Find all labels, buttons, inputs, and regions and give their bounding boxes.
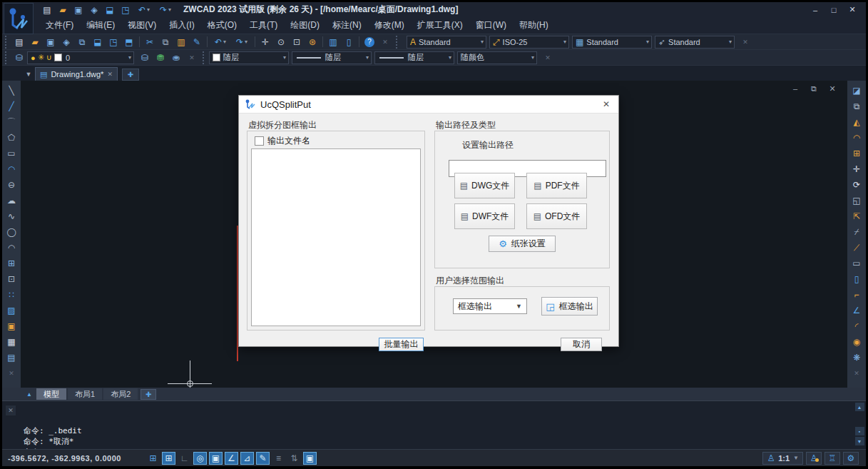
lineweight-control[interactable]: 随层 ▾ [374, 51, 454, 64]
zoom-window-icon[interactable]: ⊡▾ [289, 35, 305, 49]
menu-item[interactable]: 插入(I) [163, 17, 200, 34]
make-block-tool-icon[interactable]: ⊡ [4, 271, 19, 287]
doc-tab-drawing1[interactable]: ▤ Drawing1.dwg* ✕ [35, 67, 118, 81]
rotate-tool-icon[interactable]: ⟳ [849, 177, 864, 193]
command-close-icon[interactable]: ✕ [6, 405, 16, 415]
ortho-toggle[interactable]: ∟ [178, 452, 191, 465]
save-as-icon[interactable]: ◈▾ [86, 3, 102, 17]
polygon-tool-icon[interactable]: ⬠ [4, 130, 19, 146]
menu-item[interactable]: 编辑(E) [80, 17, 121, 34]
toolbar-close-icon[interactable]: ✕ [849, 365, 864, 381]
save-as-icon[interactable]: ◈▾ [58, 35, 74, 49]
doc-tab-close-icon[interactable]: ✕ [107, 71, 113, 78]
plot-preview-icon[interactable]: ◳▾ [118, 3, 133, 17]
ellipse-arc-tool-icon[interactable]: ◠ [4, 240, 19, 256]
annotation-scale-control[interactable]: ♙ 1:1 ▼ [762, 452, 803, 465]
menu-item[interactable]: 标注(N) [326, 17, 368, 34]
mirror-tool-icon[interactable]: ◭ [849, 114, 864, 130]
scale-tool-icon[interactable]: ◱ [849, 193, 864, 208]
redo-icon[interactable]: ↷▾ [231, 35, 252, 49]
chamfer-tool-icon[interactable]: ∠ [849, 303, 864, 318]
linetype-control[interactable]: 随层 ▾ [292, 51, 372, 64]
join-tool-icon[interactable]: ⌐ [849, 287, 864, 303]
circle-tool-icon[interactable]: ⊖ [4, 177, 19, 193]
line-tool-icon[interactable]: ╲ [4, 83, 19, 99]
menu-item[interactable]: 工具(T) [243, 17, 284, 34]
menu-item[interactable]: 格式(O) [201, 17, 243, 34]
save-icon[interactable]: ▣▾ [71, 3, 86, 17]
box-select-output-button[interactable]: ◲ 框选输出 [541, 297, 598, 316]
ofd-file-button[interactable]: ▤ OFD文件 [526, 203, 587, 229]
object-snap-tracking-toggle[interactable]: ⊿ [240, 452, 254, 465]
polyline-tool-icon[interactable]: ╱ [4, 99, 19, 114]
new-file-icon[interactable]: ▤▾ [11, 35, 27, 49]
redo-icon[interactable]: ↷▾ [155, 3, 176, 17]
move-tool-icon[interactable]: ✛ [849, 161, 864, 177]
object-snap-toggle[interactable]: ◎ [193, 452, 207, 465]
batch-output-button[interactable]: 批量输出 [379, 338, 424, 351]
insert-block-tool-icon[interactable]: ⊞ [4, 256, 19, 271]
menu-item[interactable]: 扩展工具(X) [411, 17, 469, 34]
menu-item[interactable]: 帮助(H) [513, 17, 555, 34]
revision-cloud-tool-icon[interactable]: ☁ [4, 193, 19, 208]
command-line-window[interactable]: ✕ 命令: _.bedit命令: *取消*命令: ZWUCADDDWGOPINI… [2, 400, 866, 449]
text-style-control[interactable]: A Standard ▾ [407, 36, 486, 49]
rectangle-tool-icon[interactable]: ▭ [4, 146, 19, 161]
polar-tracking-toggle[interactable]: ∠ [225, 452, 238, 465]
layout-tab-up-icon[interactable]: ▲ [24, 389, 35, 399]
doc-restore-button[interactable]: ⧉ [809, 83, 819, 94]
zoom-object-icon[interactable]: ⊛▾ [305, 35, 320, 49]
scroll-thumb[interactable]: ▪ [855, 427, 864, 435]
plotstyle-control[interactable]: 随颜色 ▾ [457, 51, 537, 64]
print-icon[interactable]: ⬓▾ [102, 3, 118, 17]
cancel-button[interactable]: 取消 [561, 338, 602, 351]
extend-tool-icon[interactable]: ⟋ [849, 240, 864, 256]
dwg-file-button[interactable]: ▤ DWG文件 [454, 173, 515, 198]
new-file-icon[interactable]: ▤▾ [39, 3, 55, 17]
open-folder-icon[interactable]: ▰▾ [27, 35, 43, 49]
arc-tool-icon[interactable]: ◠ [4, 161, 19, 177]
print-icon[interactable]: ⬓▾ [90, 35, 106, 49]
scroll-up-icon[interactable]: ▲ [855, 403, 864, 411]
menu-item[interactable]: 文件(F) [39, 17, 80, 34]
lineweight-display-toggle[interactable]: ≡ [272, 452, 285, 465]
tab-layout2[interactable]: 布局2 [103, 388, 138, 400]
erase-tool-icon[interactable]: ◪ [849, 83, 864, 99]
table-style-control[interactable]: ▦ Standard ▾ [572, 36, 652, 49]
dynamic-input-toggle[interactable]: ✎ [256, 452, 270, 465]
selection-cycling-toggle[interactable]: ⇅ [287, 452, 301, 465]
copy-icon[interactable]: ⧉▾ [158, 35, 173, 49]
dialog-titlebar[interactable]: UcQSplitPut ✕ [239, 96, 618, 114]
zwcad-logo[interactable] [4, 3, 34, 34]
quickcalc-icon[interactable]: ▯▾ [341, 35, 357, 49]
color-control[interactable]: 随层 ▾ [209, 51, 289, 64]
doc-close-button[interactable]: ✕ [827, 83, 837, 94]
menu-item[interactable]: 修改(M) [368, 17, 411, 34]
properties-palette-icon[interactable]: ▥▾ [325, 35, 341, 49]
overflow-icon[interactable]: ✕ [184, 51, 200, 65]
toolbar-grip[interactable] [396, 36, 400, 49]
blend-tool-icon[interactable]: ◉ [849, 334, 864, 350]
frame-list[interactable] [251, 148, 421, 326]
break-at-point-tool-icon[interactable]: ▯ [849, 271, 864, 287]
layer-previous-icon[interactable]: ⛃ [153, 51, 168, 65]
make-object-layer-current-icon[interactable]: ⛁ [137, 51, 153, 65]
copy-tool-icon[interactable]: ⧉ [849, 99, 864, 114]
mtext-tool-icon[interactable]: ▤ [4, 350, 19, 365]
save-icon[interactable]: ▣▾ [43, 35, 58, 49]
table-tool-icon[interactable]: ▦ [4, 334, 19, 350]
plot-icon[interactable]: ⬒▾ [121, 35, 137, 49]
close-button[interactable]: ✕ [844, 4, 860, 16]
auto-annotation-button[interactable]: ♖ [824, 452, 840, 465]
dynamic-ucs-toggle[interactable]: ▣ [303, 452, 317, 465]
pan-icon[interactable]: ✛▾ [257, 35, 273, 49]
cut-icon[interactable]: ✂▾ [142, 35, 158, 49]
grid-snap-toggle[interactable]: ⊞ [162, 452, 175, 465]
tab-layout1[interactable]: 布局1 [68, 388, 102, 400]
toolbar-grip[interactable] [5, 36, 9, 49]
tab-model[interactable]: 模型 [36, 388, 66, 400]
dialog-close-icon[interactable]: ✕ [600, 99, 613, 109]
spline-tool-icon[interactable]: ∿ [4, 208, 19, 224]
arc-3point-tool-icon[interactable]: ⌒ [4, 114, 19, 130]
overflow-icon[interactable]: ✕▾ [377, 35, 393, 49]
